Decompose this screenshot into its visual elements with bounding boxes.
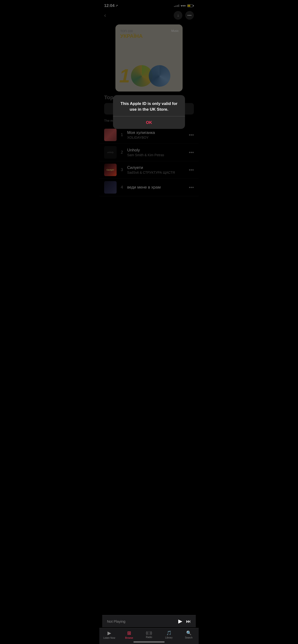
alert-dialog: This Apple ID is only valid for use in t… bbox=[113, 95, 185, 129]
dialog-overlay: This Apple ID is only valid for use in t… bbox=[99, 0, 199, 216]
dialog-message: This Apple ID is only valid for use in t… bbox=[113, 95, 185, 116]
dialog-ok-button[interactable]: OK bbox=[113, 116, 185, 129]
